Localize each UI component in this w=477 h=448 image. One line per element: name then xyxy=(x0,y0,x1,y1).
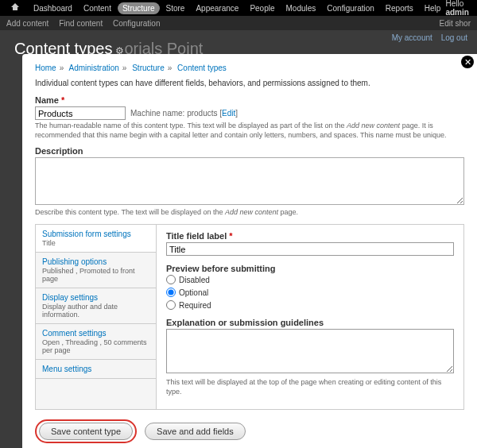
tab-display[interactable]: Display settings Display author and date… xyxy=(36,288,156,324)
save-button[interactable]: Save content type xyxy=(39,423,133,440)
title-field-label: Title field label * xyxy=(166,231,454,241)
breadcrumb: Home» Administration» Structure» Content… xyxy=(35,64,464,72)
title-field-input[interactable] xyxy=(166,242,454,256)
guidelines-label: Explanation or submission guidelines xyxy=(166,318,454,327)
intro-text: Individual content types can have differ… xyxy=(35,79,464,87)
crumb-admin[interactable]: Administration xyxy=(68,64,118,72)
vertical-tabs: Submission form settings Title Publishin… xyxy=(35,224,464,410)
home-link[interactable] xyxy=(6,2,27,14)
close-icon[interactable]: ✕ xyxy=(461,56,474,68)
machine-name-edit[interactable]: Edit xyxy=(222,109,235,118)
topbar-configuration[interactable]: Configuration xyxy=(322,2,378,14)
topbar-people[interactable]: People xyxy=(245,2,279,14)
subbar-configuration[interactable]: Configuration xyxy=(113,19,160,28)
tab-menu[interactable]: Menu settings xyxy=(36,360,156,379)
topbar-help[interactable]: Help xyxy=(420,2,446,14)
description-help: Describe this content type. The text wil… xyxy=(35,208,464,218)
topbar-structure[interactable]: Structure xyxy=(118,2,160,14)
my-account-link[interactable]: My account xyxy=(392,33,432,42)
topbar-reports[interactable]: Reports xyxy=(381,2,418,14)
preview-disabled[interactable]: Disabled xyxy=(166,275,454,284)
subbar-find-content[interactable]: Find content xyxy=(59,19,103,28)
topbar-store[interactable]: Store xyxy=(161,2,190,14)
tab-content: Title field label * Preview before submi… xyxy=(157,225,463,409)
tab-comment[interactable]: Comment settings Open , Threading , 50 c… xyxy=(36,324,156,360)
description-textarea[interactable] xyxy=(35,157,464,205)
hello-text: Hello admin xyxy=(445,0,468,17)
admin-topbar: Dashboard Content Structure Store Appear… xyxy=(0,0,477,16)
admin-subbar: Add content Find content Configuration E… xyxy=(0,16,477,30)
subbar-add-content[interactable]: Add content xyxy=(6,19,48,28)
preview-required[interactable]: Required xyxy=(166,300,454,310)
topbar-appearance[interactable]: Appearance xyxy=(191,2,243,14)
userlinks: My account Log out xyxy=(386,33,467,42)
guidelines-help: This text will be displayed at the top o… xyxy=(166,378,454,396)
preview-optional[interactable]: Optional xyxy=(166,288,454,297)
overlay-modal: Home» Administration» Structure» Content… xyxy=(22,54,477,448)
machine-name: Machine name: products [Edit] xyxy=(130,109,238,118)
highlight-ring: Save content type xyxy=(35,419,137,443)
tab-publishing[interactable]: Publishing options Published , Promoted … xyxy=(36,253,156,288)
crumb-home[interactable]: Home xyxy=(35,64,56,72)
guidelines-textarea[interactable] xyxy=(166,329,454,373)
logout-link[interactable]: Log out xyxy=(441,33,467,42)
name-label: Name * xyxy=(35,95,464,105)
topbar-content[interactable]: Content xyxy=(79,2,116,14)
name-input[interactable] xyxy=(35,106,126,120)
topbar-modules[interactable]: Modules xyxy=(281,2,321,14)
topbar-dashboard[interactable]: Dashboard xyxy=(29,2,77,14)
description-label: Description xyxy=(35,146,464,156)
subbar-edit-shortcuts[interactable]: Edit shor xyxy=(440,19,471,28)
home-icon xyxy=(11,3,19,11)
save-and-add-button[interactable]: Save and add fields xyxy=(145,423,246,440)
tab-submission[interactable]: Submission form settings Title xyxy=(36,225,156,253)
crumb-content-types[interactable]: Content types xyxy=(177,64,227,72)
crumb-structure[interactable]: Structure xyxy=(132,64,165,72)
name-help: The human-readable name of this content … xyxy=(35,122,464,140)
preview-label: Preview before submitting xyxy=(166,264,454,273)
